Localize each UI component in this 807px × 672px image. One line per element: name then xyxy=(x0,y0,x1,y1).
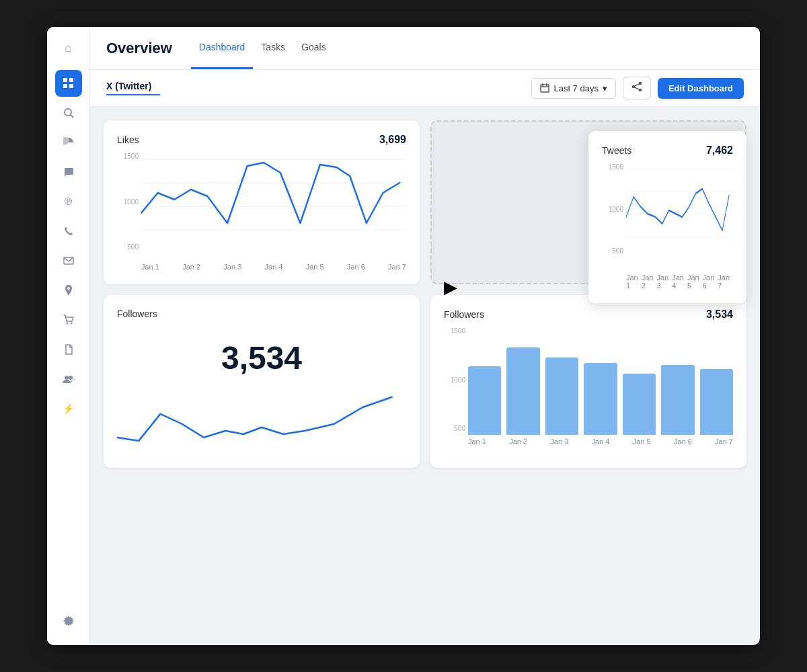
followers-bar-card: Followers 3,534 15001000500 xyxy=(430,295,746,468)
date-range-label: Last 7 days xyxy=(553,83,599,93)
sidebar-item-phone[interactable] xyxy=(55,218,82,245)
nav-title: Overview xyxy=(106,40,172,57)
app-container: ⌂ ℗ xyxy=(47,27,760,645)
likes-title: Likes xyxy=(117,134,139,145)
sidebar-item-mail[interactable] xyxy=(55,247,82,274)
tweets-card-header: Tweets 7,462 xyxy=(602,144,733,157)
platform-section: X (Twitter) xyxy=(106,81,160,95)
tweets-card: Tweets 7,462 15001000500 xyxy=(588,131,746,303)
bar-chart xyxy=(468,327,733,435)
svg-rect-1 xyxy=(69,78,73,82)
svg-rect-0 xyxy=(63,78,67,82)
svg-point-11 xyxy=(69,376,73,380)
svg-point-18 xyxy=(639,89,641,91)
svg-point-4 xyxy=(65,109,71,116)
svg-point-7 xyxy=(67,287,70,290)
followers-bar-header: Followers 3,534 xyxy=(444,308,733,321)
followers-big-content: 3,534 xyxy=(117,326,406,454)
header-actions: Last 7 days ▾ Edit Dashboard xyxy=(531,77,744,99)
bar-jan2 xyxy=(506,347,539,435)
tweets-title: Tweets xyxy=(602,145,631,156)
tweets-chart xyxy=(626,163,733,271)
drag-arrow-icon: ▶ xyxy=(444,277,457,298)
likes-card: Likes 3,699 15001000500 xyxy=(104,120,420,284)
followers-bar-title: Followers xyxy=(444,309,484,320)
svg-point-10 xyxy=(65,376,69,380)
dashboard-area: Likes 3,699 15001000500 xyxy=(90,107,760,645)
sidebar-item-pinterest[interactable]: ℗ xyxy=(55,188,82,215)
svg-line-19 xyxy=(634,84,639,86)
likes-chart xyxy=(141,153,406,260)
share-button[interactable] xyxy=(623,77,651,99)
sidebar-item-home[interactable]: ⌂ xyxy=(55,35,82,62)
svg-point-17 xyxy=(632,86,634,88)
main-content: Overview Dashboard Tasks Goals X (Twitte… xyxy=(90,27,760,645)
sidebar-item-plugin[interactable]: ⚡ xyxy=(55,395,82,422)
bar-jan7 xyxy=(700,369,733,435)
sidebar: ⌂ ℗ xyxy=(47,27,90,645)
followers-big-value: 3,534 xyxy=(221,339,302,376)
followers-big-header: Followers xyxy=(117,308,406,319)
right-top-area: ▶ Tweets 7,462 15001000500 xyxy=(430,120,746,284)
likes-card-header: Likes 3,699 xyxy=(117,134,406,146)
svg-line-20 xyxy=(634,87,639,89)
share-icon xyxy=(631,82,642,91)
tweets-value: 7,462 xyxy=(706,144,733,157)
tab-goals[interactable]: Goals xyxy=(293,27,334,69)
dashboard-grid: Likes 3,699 15001000500 xyxy=(104,120,746,468)
sidebar-item-settings[interactable] xyxy=(55,607,82,634)
tweets-x-labels: Jan 1Jan 2Jan 3Jan 4Jan 5Jan 6Jan 7 xyxy=(626,271,733,290)
sidebar-item-users[interactable] xyxy=(55,366,82,392)
sidebar-item-pie[interactable] xyxy=(55,129,82,156)
platform-label: X (Twitter) xyxy=(106,81,160,91)
top-nav: Overview Dashboard Tasks Goals xyxy=(90,27,760,70)
followers-big-title: Followers xyxy=(117,308,157,319)
svg-rect-2 xyxy=(63,84,67,88)
bar-jan1 xyxy=(468,366,501,435)
svg-rect-12 xyxy=(541,85,549,92)
platform-underline xyxy=(106,94,160,95)
svg-rect-3 xyxy=(69,84,73,88)
followers-bar-value: 3,534 xyxy=(706,308,733,321)
sidebar-item-file[interactable] xyxy=(55,336,82,363)
svg-point-16 xyxy=(639,83,641,85)
followers-bar-x-labels: Jan 1Jan 2Jan 3Jan 4Jan 5Jan 6Jan 7 xyxy=(468,435,733,446)
sub-header: X (Twitter) Last 7 days ▾ xyxy=(90,70,760,107)
followers-big-card: Followers 3,534 xyxy=(104,295,420,468)
sidebar-item-grid[interactable] xyxy=(55,70,82,97)
sidebar-item-location[interactable] xyxy=(55,277,82,304)
likes-value: 3,699 xyxy=(379,134,406,146)
chevron-down-icon: ▾ xyxy=(603,83,607,93)
sidebar-item-chat[interactable] xyxy=(55,159,82,185)
calendar-icon xyxy=(540,83,549,93)
date-range-button[interactable]: Last 7 days ▾ xyxy=(531,78,616,99)
svg-point-9 xyxy=(70,323,72,325)
nav-tabs: Dashboard Tasks Goals xyxy=(191,27,334,69)
sidebar-item-cart[interactable] xyxy=(55,306,82,333)
bar-jan4 xyxy=(584,363,617,435)
tab-dashboard[interactable]: Dashboard xyxy=(191,27,254,69)
svg-point-8 xyxy=(66,323,68,325)
edit-dashboard-button[interactable]: Edit Dashboard xyxy=(658,78,744,99)
bar-jan5 xyxy=(623,374,656,435)
tab-tasks[interactable]: Tasks xyxy=(253,27,293,69)
sidebar-item-search[interactable] xyxy=(55,99,82,126)
svg-line-5 xyxy=(71,115,73,118)
bar-jan6 xyxy=(661,365,694,435)
likes-x-labels: Jan 1Jan 2Jan 3Jan 4Jan 5Jan 6Jan 7 xyxy=(141,260,406,271)
bar-jan3 xyxy=(545,358,578,435)
